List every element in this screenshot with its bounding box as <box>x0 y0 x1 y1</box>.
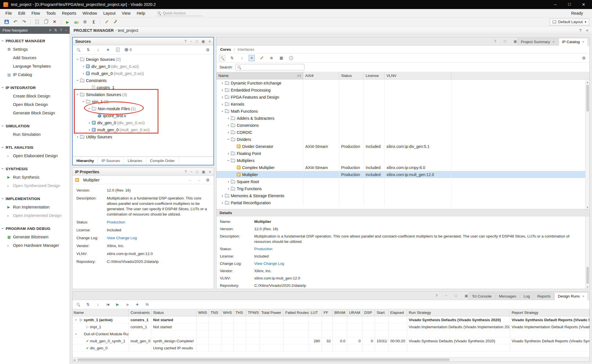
catalog-row[interactable]: Complex Multiplier AXI4-Stream Productio… <box>217 164 589 171</box>
document-tab[interactable]: Project Summary <box>517 38 558 46</box>
flow-navigator-entry[interactable]: SIMULATION <box>0 122 70 130</box>
add-repository-icon[interactable] <box>268 55 275 61</box>
tree-twisty-icon[interactable] <box>220 88 225 92</box>
catalog-search-input[interactable] <box>235 64 304 70</box>
document-tab[interactable]: IP Catalog <box>559 38 588 46</box>
col-status[interactable]: Status <box>339 72 364 79</box>
source-tree-row[interactable]: mult_gen_0 (mult_gen_0.xci) <box>73 70 213 77</box>
help-icon[interactable] <box>494 39 496 43</box>
col-lut[interactable]: LUT <box>309 309 322 316</box>
flow-navigator-entry[interactable]: Settings <box>0 45 70 54</box>
bottom-tab[interactable]: Messages <box>496 292 520 300</box>
flow-navigator-entry[interactable]: Open Implemented Design <box>0 211 70 220</box>
grid-view-icon[interactable] <box>278 55 284 61</box>
catalog-row[interactable]: Kernels <box>217 101 589 108</box>
catalog-row[interactable]: Conversions <box>217 122 589 129</box>
col-license[interactable]: License <box>364 72 385 79</box>
tree-twisty-icon[interactable] <box>220 95 225 99</box>
design-run-row[interactable]: div_gen_0 Using cached IP results <box>72 345 589 352</box>
percentage-icon[interactable] <box>144 301 150 308</box>
sources-view-tab[interactable]: IP Sources <box>98 157 124 165</box>
flow-navigator-entry[interactable]: SYNTHESIS <box>0 165 70 173</box>
catalog-row[interactable]: Multipliers <box>217 157 589 164</box>
help-icon[interactable] <box>185 170 187 174</box>
detail-value[interactable]: Production <box>254 246 583 252</box>
quick-access-search[interactable]: Quick Access <box>156 10 203 16</box>
source-tree-row[interactable]: sim_1 (3) <box>73 98 213 105</box>
tab-close-icon[interactable] <box>582 40 584 44</box>
col-tns[interactable]: TNS <box>209 309 221 316</box>
menu-item[interactable]: Tools <box>43 10 59 17</box>
close-button[interactable] <box>581 2 586 8</box>
save-project-button[interactable] <box>3 19 10 25</box>
undo-button[interactable] <box>12 19 19 25</box>
navigator-menu-icon[interactable] <box>49 28 51 32</box>
tab-close-icon[interactable] <box>582 294 584 298</box>
hierarchy-view-icon[interactable] <box>249 55 255 61</box>
run-button[interactable] <box>64 19 71 25</box>
launch-runs-icon[interactable] <box>114 301 121 308</box>
catalog-row[interactable]: CORDIC <box>217 129 589 136</box>
source-tree-row[interactable]: Design Sources (2) <box>73 56 213 63</box>
help-icon[interactable] <box>436 294 438 298</box>
delete-button[interactable] <box>51 19 58 25</box>
sources-view-tab[interactable]: Hierarchy <box>73 157 98 165</box>
tree-twisty-icon[interactable] <box>220 102 225 106</box>
close-icon[interactable] <box>209 170 211 174</box>
search-icon[interactable] <box>75 301 81 308</box>
settings-gear-icon[interactable] <box>581 55 587 61</box>
help-icon[interactable] <box>579 28 581 33</box>
ip-properties-header[interactable]: IP Properties <box>72 168 214 176</box>
flow-navigator-entry[interactable]: Generate Bitstream <box>0 233 70 241</box>
scroll-left-icon[interactable] <box>72 357 76 362</box>
scrollbar-thumb[interactable] <box>586 267 589 284</box>
col-status[interactable]: Status <box>151 309 196 316</box>
flow-navigator-entry[interactable]: Open Hardware Manager <box>0 241 70 250</box>
source-tree-row[interactable]: Utility Sources <box>73 133 213 140</box>
col-tpws[interactable]: TPWS <box>246 309 260 316</box>
maximize-button[interactable] <box>567 2 572 8</box>
catalog-row[interactable]: Adders & Subtracters <box>217 115 589 122</box>
flow-navigator-entry[interactable]: IP Catalog <box>0 70 70 79</box>
tree-twisty-icon[interactable] <box>220 109 225 113</box>
create-run-icon[interactable] <box>134 301 140 308</box>
bottom-tab[interactable]: Reports <box>534 292 554 300</box>
source-tree-row[interactable]: Non-module Files (1) <box>73 105 213 112</box>
view-cores[interactable]: Cores <box>220 47 231 52</box>
back-arrow-icon[interactable] <box>187 177 193 183</box>
navigator-collapse-icon[interactable] <box>65 28 67 32</box>
search-icon[interactable] <box>219 55 225 61</box>
detail-value[interactable]: View Change Log <box>254 261 583 266</box>
maximize-icon[interactable] <box>196 170 198 174</box>
tree-twisty-icon[interactable] <box>74 332 79 336</box>
col-failed-routes[interactable]: Failed Routes <box>284 309 309 316</box>
close-icon[interactable] <box>586 28 588 33</box>
minimize-button[interactable] <box>553 2 558 8</box>
col-wns[interactable]: WNS <box>196 309 209 316</box>
flow-navigator-entry[interactable]: Open Elaborated Design <box>0 152 70 160</box>
settings-button[interactable] <box>81 19 89 25</box>
property-value[interactable]: View Change Log <box>107 235 210 241</box>
source-tree-row[interactable]: div_gen_0 (div_gen_0.xci) <box>73 63 213 70</box>
scrollbar-thumb[interactable] <box>78 358 450 361</box>
catalog-row[interactable]: Floating Point <box>217 150 589 157</box>
tree-twisty-icon[interactable] <box>81 99 86 104</box>
col-ths[interactable]: THS <box>234 309 246 316</box>
customize-button[interactable] <box>112 19 119 25</box>
menu-item[interactable]: View <box>119 10 134 17</box>
menu-item[interactable]: Help <box>134 10 148 17</box>
tree-twisty-icon[interactable] <box>75 92 80 97</box>
col-ff[interactable]: FF <box>322 309 333 316</box>
add-sources-icon[interactable] <box>105 47 111 53</box>
flow-navigator-entry[interactable]: PROJECT MANAGER <box>0 37 70 45</box>
col-report-strategy[interactable]: Report Strategy <box>510 309 589 316</box>
tree-twisty-icon[interactable] <box>226 187 231 191</box>
flow-navigator-entry[interactable]: Create Block Design <box>0 92 70 100</box>
flow-navigator-entry[interactable]: Add Sources <box>0 54 70 62</box>
source-tree-row[interactable]: ipcore_test.v <box>73 112 213 119</box>
menu-item[interactable]: Window <box>79 10 100 17</box>
col-uram[interactable]: URAM <box>347 309 363 316</box>
tree-twisty-icon[interactable] <box>220 81 225 85</box>
catalog-row[interactable]: Divider Generator AXI4-Stream Production… <box>217 143 589 150</box>
menu-item[interactable]: File <box>2 10 15 17</box>
